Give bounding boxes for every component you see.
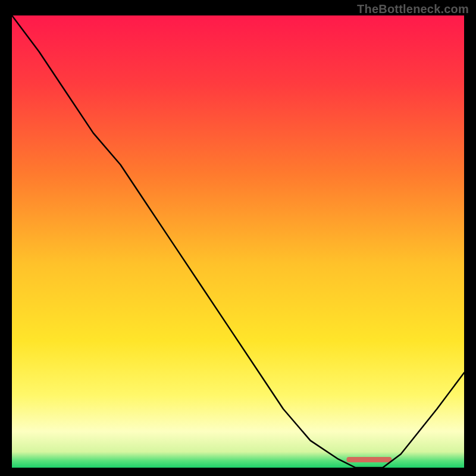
gradient-background bbox=[12, 15, 464, 468]
chart-frame: TheBottleneck.com bbox=[0, 0, 476, 476]
chart-extras bbox=[346, 457, 392, 462]
optimum-band bbox=[346, 457, 392, 462]
bottleneck-chart bbox=[12, 15, 464, 468]
chart-svg bbox=[12, 15, 464, 468]
watermark-text: TheBottleneck.com bbox=[357, 2, 469, 16]
